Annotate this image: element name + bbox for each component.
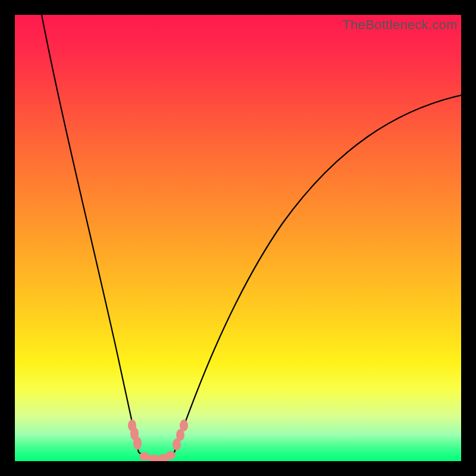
bottleneck-curve [15, 15, 461, 461]
svg-point-9 [180, 419, 188, 431]
watermark-text: TheBottleneck.com [343, 17, 458, 33]
svg-point-2 [133, 437, 142, 450]
curve-left-branch [42, 15, 139, 452]
bead-cluster-left [128, 419, 142, 450]
curve-right-branch [174, 95, 461, 452]
bead-cluster-bottom [139, 451, 176, 461]
svg-point-6 [166, 451, 176, 459]
chart-frame: TheBottleneck.com [15, 15, 461, 461]
bead-cluster-right [173, 419, 188, 450]
